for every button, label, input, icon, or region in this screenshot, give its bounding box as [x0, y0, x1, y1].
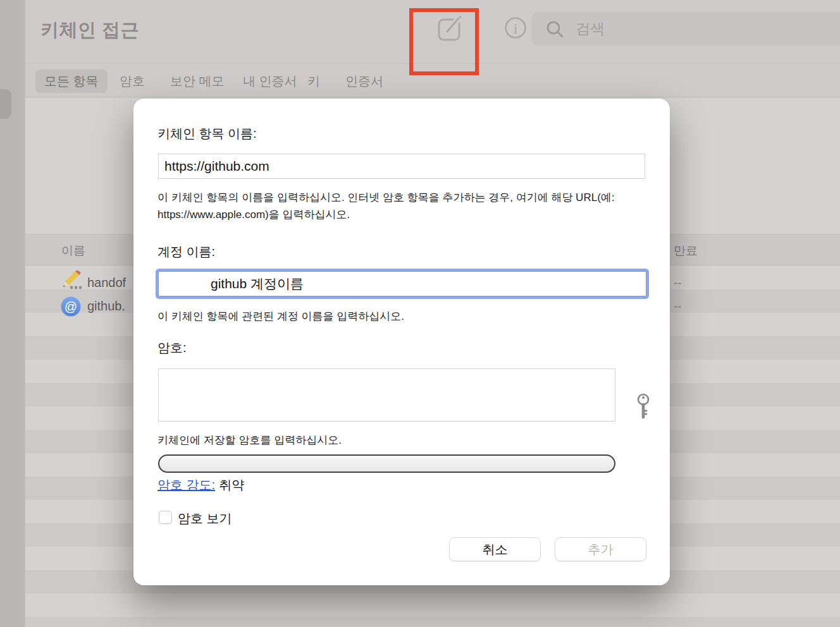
row-expiry: --: [674, 276, 682, 290]
row-name: github.: [87, 299, 125, 314]
svg-text:i: i: [514, 20, 518, 37]
password-label: 암호:: [158, 339, 187, 356]
item-name-input[interactable]: [158, 154, 645, 179]
row-expiry: --: [674, 300, 682, 314]
show-password-label: 암호 보기: [178, 510, 232, 527]
item-name-label: 키체인 항목 이름:: [158, 125, 257, 142]
window-title: 키체인 접근: [40, 18, 139, 43]
search-icon: [545, 20, 565, 42]
tab-all-items[interactable]: 모든 항목: [35, 70, 108, 93]
show-password-checkbox[interactable]: [159, 511, 172, 524]
new-keychain-item-dialog: 키체인 항목 이름: 이 키체인 항목의 이름을 입력하십시오. 인터넷 암호 …: [133, 99, 670, 585]
account-name-help: 이 키체인 항목에 관련된 계정 이름을 입력하십시오.: [158, 308, 641, 325]
account-name-input[interactable]: [158, 271, 646, 296]
at-circle-icon: @: [60, 296, 82, 317]
keychain-access-window: 키체인 접근 i 모든: [0, 0, 840, 627]
password-input[interactable]: [158, 368, 615, 422]
column-header-expiry[interactable]: 만료: [674, 243, 698, 259]
key-icon[interactable]: [634, 393, 652, 421]
pencil-handoff-icon: [62, 271, 85, 291]
tab-secure-notes[interactable]: 보안 메모: [161, 70, 233, 93]
tab-passwords[interactable]: 암호: [111, 70, 154, 93]
search-input[interactable]: [576, 11, 840, 46]
row-name: handof: [87, 276, 126, 290]
account-name-label: 계정 이름:: [158, 243, 215, 260]
cancel-button[interactable]: 취소: [449, 537, 541, 561]
tab-certificates[interactable]: 인증서: [337, 70, 392, 93]
password-help: 키체인에 저장할 암호를 입력하십시오.: [158, 432, 600, 449]
password-strength-bar: [158, 454, 615, 473]
tab-my-certificates[interactable]: 내 인증서: [234, 70, 306, 93]
search-field[interactable]: [531, 11, 840, 46]
sidebar: [0, 0, 25, 627]
svg-text:@: @: [65, 300, 77, 314]
strength-link[interactable]: 암호 강도:: [158, 478, 215, 492]
tab-keys[interactable]: 키: [299, 70, 329, 93]
strength-value: 취약: [219, 478, 244, 492]
info-icon: i: [501, 14, 530, 43]
column-header-name[interactable]: 이름: [61, 243, 85, 259]
annotation-highlight-box: [409, 8, 479, 75]
password-strength-row: 암호 강도:취약: [158, 477, 244, 494]
add-button[interactable]: 추가: [555, 537, 646, 561]
item-name-help: 이 키체인 항목의 이름을 입력하십시오. 인터넷 암호 항목을 추가하는 경우…: [158, 189, 641, 223]
info-button[interactable]: i: [501, 14, 531, 44]
sidebar-selected-item[interactable]: [0, 89, 11, 119]
